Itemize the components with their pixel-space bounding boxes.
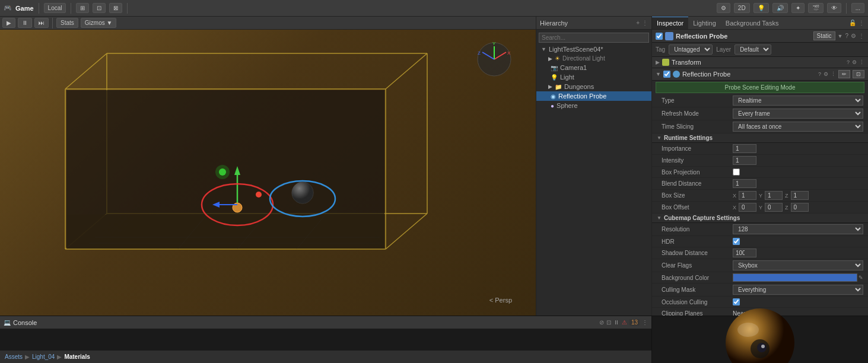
two-d-btn[interactable]: 2D: [734, 3, 750, 13]
toolbar-btn-3[interactable]: ⊠: [109, 3, 122, 13]
box-size-x-input[interactable]: 10: [739, 191, 756, 200]
hier-item-light[interactable]: 💡 Light: [536, 72, 651, 82]
cubemap-capture-header[interactable]: ▼ Cubemap Capture Settings: [652, 214, 868, 223]
toolbar-more-btn[interactable]: ...: [851, 3, 864, 13]
tab-background-tasks[interactable]: Background Tasks: [721, 17, 784, 29]
hier-item-sphere[interactable]: ● Sphere: [536, 101, 651, 110]
refresh-mode-row: Refresh Mode Every frame: [652, 107, 868, 120]
hierarchy-scene-root[interactable]: ▼ LightTestScene04*: [536, 44, 651, 54]
culling-mask-dropdown[interactable]: Everything: [733, 285, 863, 295]
hdr-checkbox[interactable]: [733, 238, 740, 245]
shadow-distance-label: Shadow Distance: [662, 250, 733, 256]
breadcrumb-light04[interactable]: Light_04: [32, 354, 55, 360]
comp-menu-icon[interactable]: ⋮: [859, 33, 864, 39]
comp-settings-icon[interactable]: ⚙: [851, 33, 856, 39]
hierarchy-search-input[interactable]: [539, 33, 649, 43]
importance-input[interactable]: 1: [733, 144, 756, 153]
layer-label-text: Layer: [716, 46, 731, 53]
gizmo-svg: X Y Z: [476, 42, 512, 77]
scene-gizmo[interactable]: X Y Z: [476, 42, 512, 77]
box-size-y-input[interactable]: 10: [765, 191, 783, 200]
tab-lighting[interactable]: Lighting: [688, 17, 721, 29]
box-offset-x-input[interactable]: 0: [739, 203, 756, 212]
hier-item-directional-light[interactable]: ▶ ☀ Directional Light: [536, 54, 651, 63]
background-color-edit-icon[interactable]: ✎: [859, 275, 863, 281]
toolbar-light-btn[interactable]: 💡: [753, 3, 769, 13]
hier-item-reflection-probe[interactable]: ◉ Reflection Probe: [536, 91, 651, 101]
comp-help-icon[interactable]: ?: [845, 33, 848, 39]
hier-item-dungeons[interactable]: ▶ 📁 Dungeons: [536, 82, 651, 91]
console-clear-icon[interactable]: ⊘: [599, 319, 604, 326]
scene-play-btn[interactable]: ▶: [2, 18, 15, 28]
hierarchy-add-icon[interactable]: +: [636, 20, 640, 26]
local-button[interactable]: Local: [44, 3, 66, 13]
console-error-pause-icon[interactable]: ⏸: [613, 319, 619, 326]
refl-probe-menu-icon[interactable]: ⋮: [831, 71, 836, 77]
refl-probe-settings-icon[interactable]: ⚙: [824, 71, 828, 77]
transform-settings-icon[interactable]: ⚙: [852, 59, 857, 65]
console-error-icon[interactable]: ⚠: [622, 319, 627, 326]
refl-probe-enabled-checkbox[interactable]: [663, 71, 670, 78]
svg-point-30: [256, 192, 262, 198]
console-menu-icon[interactable]: ⋮: [642, 319, 648, 326]
svg-marker-29: [212, 202, 220, 208]
static-button[interactable]: Static: [813, 31, 835, 40]
toolbar-center-btn[interactable]: ⚙: [717, 3, 730, 13]
toolbar-fx-btn[interactable]: ✦: [791, 3, 805, 13]
hierarchy-menu-icon[interactable]: ⋮: [642, 20, 648, 26]
static-arrow[interactable]: ▼: [838, 33, 843, 39]
box-size-z-input[interactable]: 10: [791, 191, 809, 200]
time-slicing-dropdown[interactable]: All faces at once: [733, 122, 863, 132]
console-collapse-icon[interactable]: ⊡: [606, 319, 611, 326]
shadow-distance-input[interactable]: 100: [733, 249, 756, 257]
gizmos-btn[interactable]: Gizmos ▼: [81, 18, 117, 28]
tag-dropdown[interactable]: Untagged: [669, 44, 713, 55]
hier-item-camera[interactable]: 📷 Camera1: [536, 63, 651, 72]
console-count: 13: [629, 319, 640, 326]
toolbar-gizmo-btn[interactable]: 👁: [827, 3, 841, 13]
probe-edit-btn1[interactable]: ✏: [838, 70, 850, 78]
layer-dropdown[interactable]: Default: [735, 44, 771, 55]
scene-pause-btn[interactable]: ⏸: [18, 18, 32, 28]
transform-menu-icon[interactable]: ⋮: [859, 59, 864, 65]
time-slicing-label: Time Slicing: [662, 123, 733, 130]
dungeons-arrow: ▶: [548, 84, 552, 90]
refresh-mode-dropdown[interactable]: Every frame: [733, 109, 863, 119]
scene-view-canvas[interactable]: X Y Z < Persp: [0, 30, 536, 316]
light-label: Light: [560, 74, 574, 81]
box-offset-z-input[interactable]: 0: [791, 203, 809, 212]
insp-menu-icon[interactable]: ⋮: [859, 20, 864, 26]
svg-line-9: [386, 214, 427, 249]
transform-arrow-icon: ▶: [656, 59, 660, 65]
toolbar-btn-1[interactable]: ⊞: [76, 3, 89, 13]
clear-flags-dropdown[interactable]: Skybox: [733, 260, 863, 270]
svg-point-40: [737, 323, 759, 337]
type-dropdown[interactable]: Realtime: [733, 95, 863, 106]
background-color-swatch[interactable]: [733, 273, 857, 282]
insp-lock-icon[interactable]: 🔓: [849, 20, 856, 26]
scene-step-btn[interactable]: ⏭: [34, 18, 49, 28]
svg-point-26: [215, 165, 230, 179]
transform-help-icon[interactable]: ?: [847, 59, 850, 65]
tab-inspector[interactable]: Inspector: [652, 17, 688, 29]
intensity-label: Intensity: [662, 157, 733, 164]
component-enabled-checkbox[interactable]: [656, 33, 663, 40]
transform-section-header[interactable]: ▶ Transform ? ⚙ ⋮: [652, 57, 868, 68]
stats-btn[interactable]: Stats: [56, 18, 78, 28]
dungeons-icon: 📁: [555, 84, 562, 90]
resolution-dropdown[interactable]: 128: [733, 224, 863, 234]
runtime-settings-arrow-icon: ▼: [657, 135, 662, 141]
blend-distance-input[interactable]: 1: [733, 179, 756, 188]
toolbar-scene-btn[interactable]: 🎬: [808, 3, 824, 13]
breadcrumb-assets[interactable]: Assets: [5, 354, 23, 360]
probe-edit-btn2[interactable]: ⊡: [853, 70, 864, 78]
svg-rect-12: [66, 90, 384, 249]
toolbar-audio-btn[interactable]: 🔊: [772, 3, 788, 13]
refl-probe-help-icon[interactable]: ?: [818, 71, 821, 77]
box-offset-y-input[interactable]: 0: [765, 203, 783, 212]
toolbar-btn-2[interactable]: ⊡: [93, 3, 106, 13]
intensity-input[interactable]: 1: [733, 156, 756, 165]
box-projection-checkbox[interactable]: [733, 168, 740, 176]
runtime-settings-header[interactable]: ▼ Runtime Settings: [652, 133, 868, 143]
refl-probe-section-header[interactable]: ▼ Reflection Probe ? ⚙ ⋮ ✏ ⊡: [652, 68, 868, 81]
